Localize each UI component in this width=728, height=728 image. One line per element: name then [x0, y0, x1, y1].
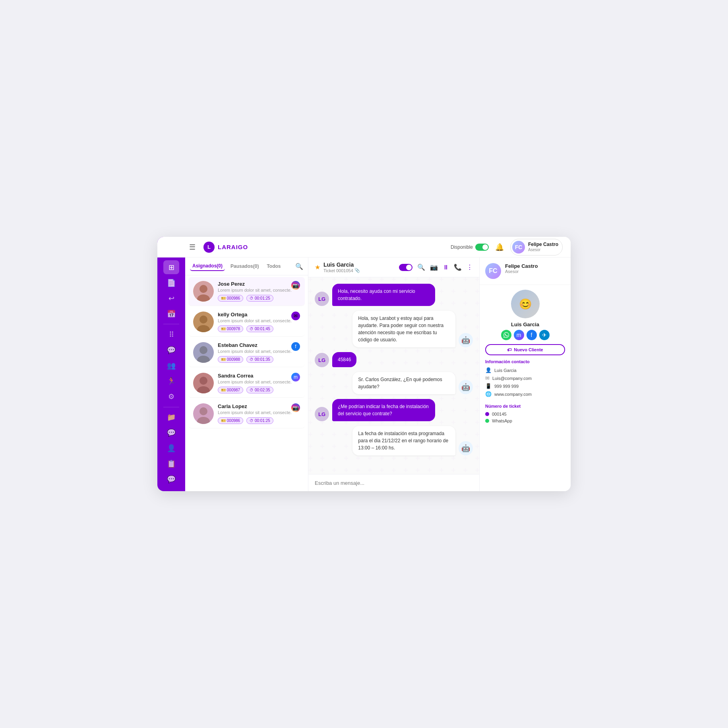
agent-role: Asesor: [505, 269, 538, 274]
ticket-number: 000145: [492, 412, 507, 416]
pause-icon[interactable]: ⏸: [443, 264, 449, 271]
ticket-title: Número de ticket: [485, 404, 565, 409]
sidebar-item-back[interactable]: ↩: [163, 291, 179, 305]
chat-header: ★ Luis Garcia Ticket 0001054 📎 🔍 📷 ⏸ 📞 ⋮: [308, 258, 479, 277]
sidebar-item-person[interactable]: 👤: [163, 441, 179, 455]
user-avatar: LG: [315, 292, 329, 306]
phone-icon[interactable]: 📞: [454, 263, 462, 271]
client-avatar-large: 😊: [511, 290, 540, 318]
bot-avatar: 🤖: [459, 380, 473, 394]
contact-preview: Lorem ipsum dolor sit amet, consecte.: [218, 349, 300, 354]
messenger-channel-btn[interactable]: m: [514, 330, 524, 340]
message-bubble: La fecha de instalación esta programada …: [352, 426, 455, 455]
message-bubble: ¿Me podrían indicar la fecha de instalac…: [332, 399, 435, 421]
sidebar-divider-1: [163, 324, 179, 324]
chat-contact-name: Luis Garcia: [323, 261, 360, 268]
topbar-right: Disponible 🔔 FC Felipe Castro Asesor: [451, 239, 563, 256]
info-row-web: 🌐 www.company.com: [485, 391, 565, 397]
user-name: Felipe Castro: [528, 242, 558, 247]
topbar-logo-area: ☰ L LARAIGO: [189, 242, 248, 253]
contact-name: Esteban Chavez: [218, 342, 300, 348]
more-icon[interactable]: ⋮: [467, 263, 473, 271]
telegram-channel-btn[interactable]: ✈: [539, 330, 550, 340]
list-item[interactable]: kelly Ortega Lorem ipsum dolor sit amet,…: [188, 308, 305, 337]
message-row: LG Hola, necesito ayuda con mi servicio …: [315, 284, 473, 306]
sidebar-item-users[interactable]: 👥: [163, 358, 179, 372]
chat-messages: LG Hola, necesito ayuda con mi servicio …: [308, 277, 479, 474]
person-icon: 👤: [485, 367, 492, 373]
hamburger-menu[interactable]: ☰: [189, 243, 196, 252]
web-icon: 🌐: [485, 391, 492, 397]
sidebar-item-chat2[interactable]: 💬: [163, 472, 179, 486]
sidebar-item-grid[interactable]: ⠿: [163, 327, 179, 341]
avatar: [193, 342, 214, 363]
agent-name: Felipe Castro: [505, 263, 538, 269]
chat-header-actions: 🔍 📷 ⏸ 📞 ⋮: [399, 263, 473, 271]
client-section: 😊 Luis Garcia m f ✈ 🏷 Nuevo Cliente Info…: [480, 285, 571, 404]
status-badge: Disponible: [451, 244, 489, 251]
rp-header: FC Felipe Castro Asesor: [480, 258, 571, 285]
sidebar-item-flow[interactable]: 🏃: [163, 374, 179, 388]
message-row: 🤖 Hola, soy Larabot y estoy aquí para ay…: [315, 311, 473, 347]
right-panel: FC Felipe Castro Asesor 😊 Luis Garcia m: [479, 258, 571, 491]
bot-avatar: 🤖: [459, 333, 473, 347]
list-item[interactable]: Carla Lopez Lorem ipsum dolor sit amet, …: [188, 399, 305, 428]
whatsapp-channel-btn[interactable]: [501, 330, 511, 340]
video-icon[interactable]: 📷: [430, 263, 438, 271]
new-client-button[interactable]: 🏷 Nuevo Cliente: [485, 344, 565, 355]
sidebar-item-calendar[interactable]: 📅: [163, 307, 179, 321]
tab-asignados[interactable]: Asignados(0): [190, 261, 225, 271]
time-badge: ⏱ 00:01:45: [246, 325, 273, 332]
tag-icon: 🏷: [507, 347, 511, 352]
chat-input-area: [308, 474, 479, 491]
list-item[interactable]: Esteban Chavez Lorem ipsum dolor sit ame…: [188, 338, 305, 367]
bot-avatar: 🤖: [459, 441, 473, 455]
facebook-channel-btn[interactable]: f: [527, 330, 537, 340]
topbar: ☰ L LARAIGO Disponible 🔔 FC Felipe Castr…: [157, 237, 571, 258]
email-icon: ✉: [485, 375, 490, 381]
avatar: [193, 281, 214, 302]
search-chat-icon[interactable]: 🔍: [417, 263, 425, 271]
sidebar-item-folder[interactable]: 📁: [163, 410, 179, 424]
agent-avatar: FC: [485, 263, 501, 279]
tab-pausados[interactable]: Pausados(0): [228, 262, 261, 271]
contacts-panel: Asignados(0) Pausados(0) Todos 🔍 Jose Pe…: [185, 258, 308, 491]
sidebar-item-dashboard[interactable]: ⊞: [163, 260, 179, 274]
star-icon: ★: [315, 263, 320, 271]
contact-preview: Lorem ipsum dolor sit amet, consecte.: [218, 410, 300, 415]
contact-preview: Lorem ipsum dolor sit amet, consecte.: [218, 288, 300, 292]
ticket-badge: 🎫 000986: [218, 417, 243, 424]
ticket-channel: WhatsApp: [492, 418, 512, 423]
info-email: Luis@company.com: [492, 376, 532, 381]
sidebar-item-reports[interactable]: 📄: [163, 276, 179, 290]
message-bubble: 45846: [332, 352, 356, 367]
message-input[interactable]: [315, 480, 473, 486]
message-row: LG ¿Me podrían indicar la fecha de insta…: [315, 399, 473, 421]
ticket-badge: 🎫 000978: [218, 325, 243, 332]
channel-icon-messenger: m: [291, 373, 300, 381]
message-row: 🤖 Sr. Carlos González, ¿En qué podemos a…: [315, 372, 473, 394]
client-name: Luis Garcia: [485, 321, 565, 327]
channel-icon-facebook: f: [291, 342, 300, 351]
sidebar-item-settings[interactable]: ⚙: [163, 390, 179, 404]
user-avatar: LG: [315, 407, 329, 421]
user-chip[interactable]: FC Felipe Castro Asesor: [510, 239, 563, 256]
tab-todos[interactable]: Todos: [264, 262, 283, 271]
contacts-tabs: Asignados(0) Pausados(0) Todos 🔍: [185, 258, 308, 275]
contacts-search-icon[interactable]: 🔍: [295, 263, 303, 270]
user-role: Asesor: [528, 248, 558, 252]
avatar: [193, 373, 214, 393]
time-badge: ⏱ 00:01:35: [246, 356, 273, 363]
list-item[interactable]: Sandra Correa Lorem ipsum dolor sit amet…: [188, 369, 305, 398]
sidebar-item-chat[interactable]: 💬: [163, 343, 179, 357]
contact-preview: Lorem ipsum dolor sit amet, consecte.: [218, 318, 300, 323]
chat-panel: ★ Luis Garcia Ticket 0001054 📎 🔍 📷 ⏸ 📞 ⋮: [308, 258, 479, 491]
sidebar-item-messages[interactable]: 💬: [163, 426, 179, 440]
notification-bell[interactable]: 🔔: [495, 243, 504, 252]
info-contact-title: Información contacto: [485, 359, 565, 364]
status-toggle[interactable]: [475, 244, 489, 251]
sidebar-item-clipboard[interactable]: 📋: [163, 457, 179, 471]
list-item[interactable]: Jose Perez Lorem ipsum dolor sit amet, c…: [188, 277, 305, 306]
ticket-channel-row: WhatsApp: [485, 418, 565, 423]
chat-toggle[interactable]: [399, 264, 412, 271]
